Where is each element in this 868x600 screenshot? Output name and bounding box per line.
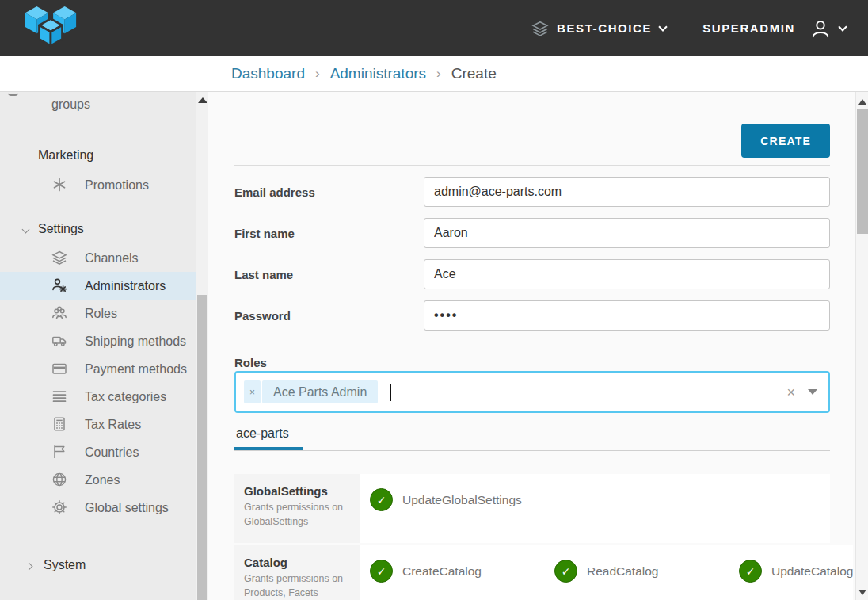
breadcrumb-administrators[interactable]: Administrators (330, 65, 426, 82)
scroll-up-icon[interactable] (198, 97, 207, 103)
first-name-label: First name (234, 227, 424, 240)
email-field[interactable] (424, 177, 830, 207)
sidebar-item-tax-categories[interactable]: Tax categories (0, 383, 196, 411)
channel-tabs: ace-parts (234, 425, 830, 451)
toolbar: CREATE (234, 92, 830, 166)
form-row-email: Email address (234, 177, 830, 207)
sidebar-item-customer-groups-partial[interactable]: groups (0, 94, 196, 114)
calculator-icon (51, 416, 67, 432)
permission-group-name: Catalog (244, 556, 351, 569)
chevron-down-icon (22, 226, 30, 234)
list-icon (51, 388, 67, 404)
sidebar-item-label: Tax Rates (85, 418, 141, 431)
main-scrollbar[interactable] (855, 92, 868, 600)
layers-icon (531, 20, 549, 37)
toggle-readcatalog[interactable]: ✓ ReadCatalog (554, 560, 739, 583)
sidebar-scrollbar[interactable] (196, 92, 208, 600)
app-logo[interactable] (22, 5, 79, 52)
scroll-down-icon[interactable] (856, 590, 868, 595)
scroll-up-icon[interactable] (856, 92, 868, 105)
role-chip: × Ace Parts Admin (244, 380, 378, 403)
main-scrollbar-thumb[interactable] (857, 109, 868, 234)
roles-block: Roles × Ace Parts Admin × (234, 356, 830, 413)
password-field[interactable] (424, 300, 830, 331)
permission-group-info: GlobalSettings Grants permissions on Glo… (234, 474, 360, 543)
check-icon: ✓ (554, 560, 577, 583)
form-row-password: Password (234, 300, 830, 331)
section-label: System (44, 558, 86, 571)
users-icon (51, 305, 67, 321)
toggle-label: ReadCatalog (587, 564, 658, 579)
remove-chip-icon[interactable]: × (244, 380, 261, 403)
toggle-createcatalog[interactable]: ✓ CreateCatalog (370, 560, 554, 583)
toggle-label: UpdateCatalog (771, 564, 853, 579)
sidebar-item-label: Payment methods (85, 362, 187, 376)
sidebar-item-global-settings[interactable]: Global settings (0, 494, 196, 522)
sidebar-item-channels[interactable]: Channels (0, 244, 196, 272)
sidebar-item-tax-rates[interactable]: Tax Rates (0, 411, 196, 438)
permission-group-name: GlobalSettings (244, 484, 351, 498)
first-name-field[interactable] (424, 218, 830, 248)
last-name-label: Last name (234, 268, 424, 281)
sidebar-item-label: Channels (85, 251, 139, 265)
sidebar-item-label: Promotions (85, 178, 149, 192)
email-label: Email address (234, 185, 424, 199)
section-label: Marketing (38, 148, 93, 162)
asterisk-icon (51, 177, 67, 193)
sidebar-item-label: Tax categories (85, 390, 166, 403)
chevron-down-icon (658, 22, 667, 31)
sidebar-item-administrators[interactable]: Administrators (0, 272, 196, 300)
sidebar-item-payment-methods[interactable]: Payment methods (0, 355, 196, 383)
text-cursor (390, 384, 391, 401)
chevron-down-icon (838, 22, 847, 31)
form-row-last-name: Last name (234, 259, 830, 289)
permission-row-catalog: Catalog Grants permissions on Products, … (234, 545, 830, 600)
sidebar-section-settings[interactable]: Settings (0, 222, 196, 236)
check-icon: ✓ (370, 488, 393, 511)
user-menu[interactable]: SUPERADMIN (702, 17, 846, 40)
channel-switcher[interactable]: BEST-CHOICE (531, 20, 666, 37)
password-label: Password (234, 309, 424, 323)
sidebar-item-label: Shipping methods (85, 334, 186, 348)
permissions-table: GlobalSettings Grants permissions on Glo… (234, 474, 830, 600)
check-icon: ✓ (370, 560, 393, 583)
user-label: SUPERADMIN (702, 21, 795, 35)
permission-group-description: Grants permissions on GlobalSettings (244, 501, 351, 529)
last-name-field[interactable] (424, 259, 830, 289)
breadcrumb-create: Create (451, 65, 497, 82)
breadcrumb-separator: › (315, 66, 320, 82)
sidebar-item-roles[interactable]: Roles (0, 300, 196, 327)
permission-group-description: Grants permissions on Products, Facets (244, 572, 351, 600)
breadcrumb-dashboard[interactable]: Dashboard (231, 65, 305, 82)
toggle-label: UpdateGlobalSettings (402, 493, 522, 507)
clear-selection-icon[interactable]: × (786, 385, 795, 399)
sidebar: groups Marketing Promotions Settings Cha… (0, 92, 208, 600)
create-button[interactable]: CREATE (741, 124, 830, 158)
dropdown-caret-icon[interactable] (808, 389, 817, 395)
sidebar-item-shipping-methods[interactable]: Shipping methods (0, 327, 196, 355)
users-icon (8, 93, 18, 96)
administrator-icon (51, 277, 67, 293)
chevron-right-icon (25, 563, 33, 571)
channel-label: BEST-CHOICE (557, 21, 652, 35)
administrator-form: Email address First name Last name Passw… (234, 177, 830, 331)
flag-icon (51, 444, 67, 460)
roles-label: Roles (234, 356, 830, 369)
sidebar-item-label: Zones (85, 473, 120, 487)
sidebar-scrollbar-thumb[interactable] (197, 295, 207, 600)
sidebar-item-zones[interactable]: Zones (0, 466, 196, 494)
sidebar-item-promotions[interactable]: Promotions (0, 171, 196, 199)
user-icon (809, 17, 832, 40)
roles-select[interactable]: × Ace Parts Admin × (234, 371, 830, 413)
main-content: CREATE Email address First name Last nam… (208, 92, 855, 600)
tab-ace-parts[interactable]: ace-parts (234, 425, 303, 450)
breadcrumb-separator: › (436, 66, 441, 82)
toggle-updateglobalsettings[interactable]: ✓ UpdateGlobalSettings (370, 488, 554, 511)
sidebar-item-label: Roles (85, 307, 117, 320)
truck-icon (51, 333, 67, 349)
toggle-updatecatalog[interactable]: ✓ UpdateCatalog (739, 560, 853, 583)
sidebar-item-countries[interactable]: Countries (0, 438, 196, 466)
sidebar-section-system[interactable]: System (0, 558, 196, 572)
section-label: Settings (38, 222, 84, 235)
permission-row-globalsettings: GlobalSettings Grants permissions on Glo… (234, 474, 830, 543)
